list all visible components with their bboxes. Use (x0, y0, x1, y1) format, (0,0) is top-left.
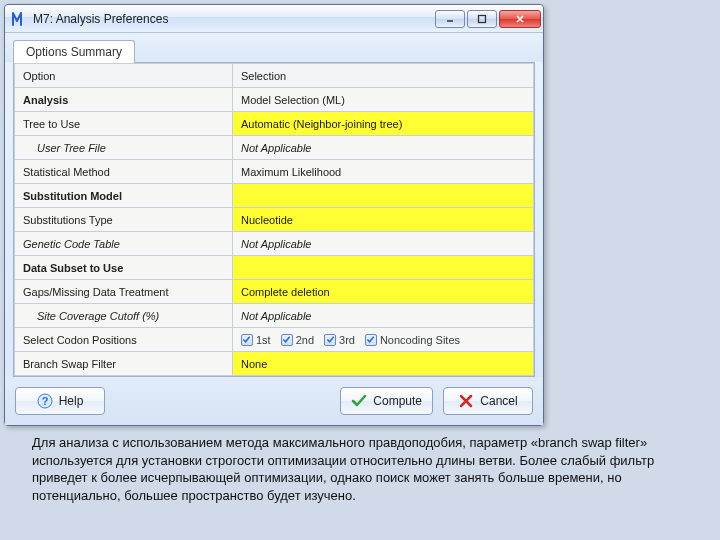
row-stat-value[interactable]: Maximum Likelihood (232, 160, 533, 184)
tabstrip: Options Summary (5, 33, 543, 62)
row-gencode-label: Genetic Code Table (15, 232, 233, 256)
cancel-icon (458, 393, 474, 409)
titlebar[interactable]: M7: Analysis Preferences (5, 5, 543, 33)
col-selection: Selection (232, 64, 533, 88)
preferences-window: M7: Analysis Preferences Options Summary… (4, 4, 544, 426)
cancel-button[interactable]: Cancel (443, 387, 533, 415)
codon-noncoding[interactable]: Noncoding Sites (365, 334, 460, 346)
row-tree-label: Tree to Use (15, 112, 233, 136)
check-icon (351, 393, 367, 409)
row-usertree-label: User Tree File (15, 136, 233, 160)
row-branchswap-value[interactable]: None (232, 352, 533, 376)
tab-options-summary[interactable]: Options Summary (13, 40, 135, 63)
checkbox-icon (324, 334, 336, 346)
row-gencode-value: Not Applicable (232, 232, 533, 256)
help-button[interactable]: ? Help (15, 387, 105, 415)
help-button-label: Help (59, 394, 84, 408)
window-buttons (433, 10, 541, 28)
codon-2nd[interactable]: 2nd (281, 334, 314, 346)
codon-3rd[interactable]: 3rd (324, 334, 355, 346)
row-submodel-spacer (232, 184, 533, 208)
row-analysis-value[interactable]: Model Selection (ML) (232, 88, 533, 112)
col-option: Option (15, 64, 233, 88)
row-data-subset-header: Data Subset to Use (15, 256, 233, 280)
row-gaps-value[interactable]: Complete deletion (232, 280, 533, 304)
close-button[interactable] (499, 10, 541, 28)
row-stat-label: Statistical Method (15, 160, 233, 184)
options-grid: Option Selection Analysis Model Selectio… (13, 62, 535, 377)
row-codon-label: Select Codon Positions (15, 328, 233, 352)
window-title: M7: Analysis Preferences (33, 12, 168, 26)
checkbox-icon (281, 334, 293, 346)
row-usertree-value: Not Applicable (232, 136, 533, 160)
row-gaps-label: Gaps/Missing Data Treatment (15, 280, 233, 304)
row-analysis-label: Analysis (15, 88, 233, 112)
checkbox-icon (365, 334, 377, 346)
row-subtype-label: Substitutions Type (15, 208, 233, 232)
checkbox-icon (241, 334, 253, 346)
help-icon: ? (37, 393, 53, 409)
svg-rect-1 (479, 15, 486, 22)
row-sitecov-label: Site Coverage Cutoff (%) (15, 304, 233, 328)
codon-1st[interactable]: 1st (241, 334, 271, 346)
row-data-subset-spacer (232, 256, 533, 280)
compute-button-label: Compute (373, 394, 422, 408)
row-subtype-value[interactable]: Nucleotide (232, 208, 533, 232)
svg-text:?: ? (41, 395, 48, 407)
app-icon (11, 11, 27, 27)
row-branchswap-label: Branch Swap Filter (15, 352, 233, 376)
dialog-button-row: ? Help Compute Cancel (5, 377, 543, 425)
minimize-button[interactable] (435, 10, 465, 28)
codon-2nd-label: 2nd (296, 334, 314, 346)
compute-button[interactable]: Compute (340, 387, 433, 415)
codon-noncoding-label: Noncoding Sites (380, 334, 460, 346)
maximize-button[interactable] (467, 10, 497, 28)
caption-text: Для анализа с использованием метода макс… (32, 434, 688, 504)
row-sitecov-value: Not Applicable (232, 304, 533, 328)
row-tree-value[interactable]: Automatic (Neighbor-joining tree) (232, 112, 533, 136)
codon-1st-label: 1st (256, 334, 271, 346)
cancel-button-label: Cancel (480, 394, 517, 408)
row-submodel-header: Substitution Model (15, 184, 233, 208)
codon-3rd-label: 3rd (339, 334, 355, 346)
row-codon-value: 1st 2nd 3rd (232, 328, 533, 352)
